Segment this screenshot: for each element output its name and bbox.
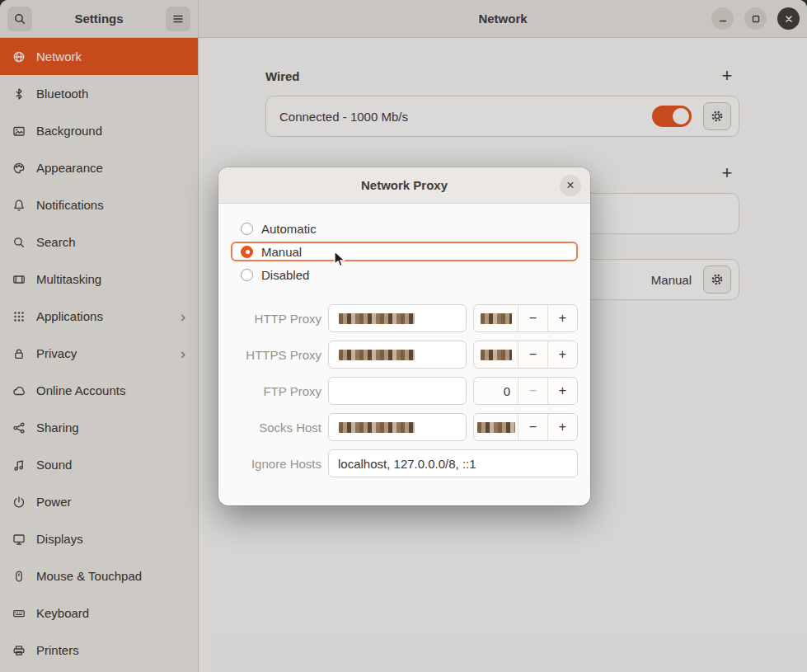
sidebar-item-appearance[interactable]: Appearance [0,149,198,186]
sidebar-item-mouse-touchpad[interactable]: Mouse & Touchpad [0,557,198,594]
sidebar-item-label: Mouse & Touchpad [36,569,142,583]
sidebar-item-label: Printers [36,643,79,657]
proxy-option-disabled[interactable]: Disabled [231,265,578,284]
network-proxy-dialog: Network Proxy × Automatic Manual Disable… [218,167,590,505]
ftp-port-decrement-button[interactable]: − [518,378,547,404]
redacted-value [477,422,515,433]
sidebar-item-power[interactable]: Power [0,483,198,520]
sidebar-item-multitasking[interactable]: Multitasking [0,261,198,298]
https-proxy-input[interactable] [328,341,467,369]
search-icon [13,12,26,26]
monitor-icon [12,533,26,546]
https-port-value[interactable] [474,341,518,368]
minimize-button[interactable] [711,7,734,30]
sidebar-item-background[interactable]: Background [0,112,198,149]
mouse-icon [12,570,26,583]
socks-port-spinner[interactable]: − + [473,413,578,441]
ignore-hosts-row: Ignore Hosts localhost, 127.0.0.0/8, ::1 [231,449,578,477]
ignore-hosts-input[interactable]: localhost, 127.0.0.0/8, ::1 [328,449,578,477]
socks-host-input[interactable] [328,413,467,441]
proxy-option-manual[interactable]: Manual [231,242,578,261]
radio-checked-icon[interactable] [241,246,253,258]
sidebar-item-search[interactable]: Search [0,223,198,261]
sidebar-item-bluetooth[interactable]: Bluetooth [0,75,198,112]
sidebar-item-sound[interactable]: Sound [0,446,198,483]
sidebar-item-network[interactable]: Network [0,38,198,75]
search-icon [12,236,26,249]
sidebar-item-label: Sharing [36,421,79,435]
sidebar: Network Bluetooth Background Appearance … [0,38,199,672]
http-port-decrement-button[interactable]: − [518,305,547,331]
sidebar-item-notifications[interactable]: Notifications [0,186,198,223]
sidebar-item-applications[interactable]: Applications › [0,298,198,335]
page-title: Network [478,12,527,26]
proxy-option-automatic[interactable]: Automatic [231,219,578,238]
http-port-spinner[interactable]: − + [473,304,578,332]
sidebar-item-label: Sound [36,458,72,472]
http-proxy-row: HTTP Proxy − + [231,304,578,332]
redacted-value [339,313,415,324]
dialog-close-button[interactable]: × [560,175,581,196]
ftp-proxy-label: FTP Proxy [231,384,321,398]
bell-icon [12,199,26,212]
close-button[interactable] [777,7,800,30]
https-port-decrement-button[interactable]: − [518,341,547,368]
ftp-port-value[interactable]: 0 [474,378,518,404]
https-proxy-row: HTTPS Proxy − + [231,341,578,369]
radio-icon[interactable] [241,223,253,235]
chevron-right-icon: › [181,345,185,361]
dialog-title: Network Proxy [361,178,448,192]
sidebar-item-displays[interactable]: Displays [0,520,198,557]
redacted-value [481,313,512,324]
https-port-spinner[interactable]: − + [473,341,578,369]
ignore-hosts-value: localhost, 127.0.0.0/8, ::1 [329,457,476,471]
proxy-settings-button[interactable] [703,266,731,294]
sidebar-item-label: Appearance [36,161,103,175]
ftp-proxy-input[interactable] [328,377,467,405]
menu-button[interactable] [166,7,190,31]
network-icon [12,50,26,63]
sidebar-item-label: Online Accounts [36,383,125,397]
sidebar-item-label: Displays [36,532,83,546]
proxy-mode-label: Manual [651,273,692,287]
toggle-knob [673,108,689,125]
settings-window: Settings Network [0,0,807,672]
chevron-right-icon: › [181,308,185,324]
add-vpn-button[interactable]: + [715,161,739,186]
redacted-value [481,350,512,360]
sidebar-item-online-accounts[interactable]: Online Accounts [0,372,198,409]
wired-section-title: Wired [265,69,300,83]
keyboard-icon [12,607,26,620]
add-wired-button[interactable]: + [715,63,739,88]
wired-toggle[interactable] [652,106,692,127]
sidebar-item-label: Notifications [36,198,104,212]
background-icon [12,125,26,138]
https-port-increment-button[interactable]: + [548,341,577,368]
sidebar-item-privacy[interactable]: Privacy › [0,335,198,372]
gear-icon [711,110,724,123]
sidebar-item-printers[interactable]: Printers [0,632,198,669]
http-port-increment-button[interactable]: + [548,305,577,331]
ftp-port-increment-button[interactable]: + [548,378,577,404]
maximize-button[interactable] [744,7,767,30]
http-port-value[interactable] [474,305,518,331]
radio-label: Manual [261,245,302,259]
app-title: Settings [74,12,123,26]
socks-port-decrement-button[interactable]: − [518,414,547,440]
sidebar-item-label: Keyboard [36,606,89,620]
dialog-body: Automatic Manual Disabled HTTP Proxy − [218,204,590,477]
wired-settings-button[interactable] [703,102,731,130]
https-proxy-label: HTTPS Proxy [231,348,321,362]
socks-port-increment-button[interactable]: + [548,414,577,440]
ftp-port-spinner[interactable]: 0 − + [473,377,578,405]
radio-label: Disabled [261,268,309,282]
socks-port-value[interactable] [474,414,518,440]
redacted-value [339,350,415,360]
search-button[interactable] [7,7,32,31]
http-proxy-input[interactable] [328,304,467,332]
radio-icon[interactable] [241,269,253,281]
wired-connection-row[interactable]: Connected - 1000 Mb/s [265,96,739,137]
sidebar-item-sharing[interactable]: Sharing [0,409,198,446]
appearance-icon [12,162,26,175]
sidebar-item-keyboard[interactable]: Keyboard [0,594,198,632]
